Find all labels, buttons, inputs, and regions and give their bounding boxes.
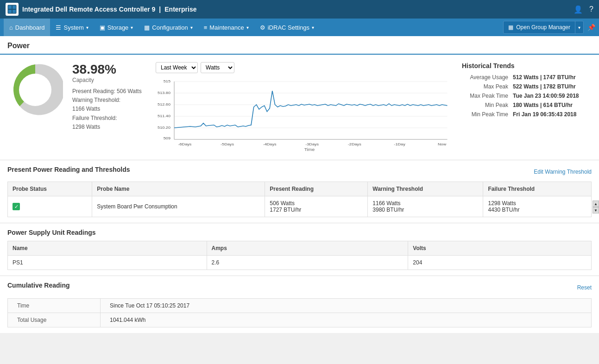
present-power-header: Present Power Reading and Thresholds Edi…	[7, 166, 592, 178]
nav-system[interactable]: ☰ System ▾	[50, 19, 94, 36]
present-power-table: Probe Status Probe Name Present Reading …	[7, 182, 592, 217]
probe-status-cell: ✓	[8, 196, 92, 217]
logo-icon	[6, 3, 19, 16]
power-supply-section: Power Supply Unit Readings Name Amps Vol…	[0, 223, 599, 276]
svg-text:509: 509	[164, 136, 170, 140]
dashboard-icon: ⌂	[9, 24, 13, 31]
present-power-section: Present Power Reading and Thresholds Edi…	[0, 160, 599, 223]
nav-dashboard[interactable]: ⌂ Dashboard	[4, 19, 50, 36]
ps-volts-cell: 204	[408, 256, 592, 270]
nav-maintenance-label: Maintenance	[209, 24, 244, 31]
storage-icon: ▣	[100, 24, 105, 31]
power-supply-table: Name Amps Volts PS1 2.6 204	[7, 241, 592, 270]
svg-rect-1	[8, 6, 12, 9]
power-present-reading: Present Reading: 506 Watts	[72, 87, 146, 96]
svg-text:510.20: 510.20	[158, 126, 170, 130]
nav-bar: ⌂ Dashboard ☰ System ▾ ▣ Storage ▾ ▦ Con…	[0, 19, 599, 36]
trend-min-peak-time: Min Peak Time Fri Jan 19 06:35:43 2018	[462, 111, 592, 118]
scroll-down-button[interactable]: ▼	[593, 207, 599, 213]
open-group-dropdown[interactable]: ▾	[575, 21, 583, 33]
svg-text:-3Days: -3Days	[305, 142, 319, 146]
svg-text:513.80: 513.80	[158, 91, 170, 95]
chart-controls: Last Week Last Day Last Hour Watts BTU/h…	[156, 62, 453, 73]
trend-label-average-usage: Average Usage	[462, 74, 508, 81]
trend-value-max-peak: 522 Watts | 1782 BTU/hr	[513, 83, 576, 90]
trend-label-max-peak-time: Max Peak Time	[462, 93, 508, 99]
scroll-up-button[interactable]: ▲	[593, 201, 599, 207]
open-group-icon: ▦	[508, 24, 513, 31]
scroll-indicator: ▲ ▼	[593, 201, 599, 213]
svg-text:Now: Now	[438, 142, 447, 146]
col-failure-threshold: Failure Threshold	[483, 182, 592, 196]
present-reading-cell: 506 Watts1727 BTU/hr	[265, 196, 368, 217]
header-bar: Integrated Dell Remote Access Controller…	[0, 0, 599, 19]
nav-idrac-settings-label: iDRAC Settings	[268, 24, 309, 31]
configuration-caret: ▾	[190, 25, 193, 30]
pin-icon[interactable]: 📌	[587, 24, 595, 31]
power-percentage: 38.98%	[72, 62, 146, 77]
nav-storage[interactable]: ▣ Storage ▾	[94, 19, 139, 36]
power-chart: Last Week Last Day Last Hour Watts BTU/h…	[156, 62, 453, 152]
svg-text:512.60: 512.60	[158, 102, 170, 107]
open-group-label: Open Group Manager	[516, 24, 570, 31]
unit-select[interactable]: Watts BTU/hr	[201, 62, 234, 73]
nav-idrac-settings[interactable]: ⚙ iDRAC Settings ▾	[254, 19, 320, 36]
nav-configuration-label: Configuration	[152, 24, 188, 31]
storage-caret: ▾	[131, 25, 133, 30]
table-row: ✓ System Board Pwr Consumption 506 Watts…	[8, 196, 592, 217]
warning-threshold-cell: 1166 Watts3980 BTU/hr	[368, 196, 483, 217]
trend-max-peak: Max Peak 522 Watts | 1782 BTU/hr	[462, 83, 592, 90]
table-row: Total Usage 1041.044 kWh	[8, 313, 592, 327]
svg-text:511.40: 511.40	[158, 114, 170, 118]
probe-name-cell: System Board Pwr Consumption	[92, 196, 265, 217]
time-range-select[interactable]: Last Week Last Day Last Hour	[156, 62, 198, 73]
open-group-main[interactable]: ▦ Open Group Manager	[504, 21, 575, 33]
power-supply-header-row: Name Amps Volts	[8, 241, 592, 256]
trend-label-max-peak: Max Peak	[462, 83, 508, 90]
table-row: Time Since Tue Oct 17 05:10:25 2017	[8, 299, 592, 313]
nav-configuration[interactable]: ▦ Configuration ▾	[139, 19, 198, 36]
trend-average-usage: Average Usage 512 Watts | 1747 BTU/hr	[462, 74, 592, 81]
nav-dashboard-label: Dashboard	[15, 24, 45, 31]
ps-amps-cell: 2.6	[207, 256, 408, 270]
nav-maintenance[interactable]: ≡ Maintenance ▾	[198, 19, 254, 36]
svg-text:-1Day: -1Day	[394, 142, 405, 146]
svg-text:-6Days: -6Days	[178, 142, 191, 146]
col-volts: Volts	[408, 241, 592, 256]
cumulative-title: Cumulative Reading	[7, 282, 70, 289]
historical-trends-title: Historical Trends	[462, 62, 592, 69]
main-content: Power 38.98% Capacity Present Reading: 5…	[0, 36, 599, 333]
present-power-title: Present Power Reading and Thresholds	[7, 166, 130, 173]
reset-link[interactable]: Reset	[577, 284, 592, 291]
col-amps: Amps	[207, 241, 408, 256]
nav-system-label: System	[63, 24, 83, 31]
cumulative-table: Time Since Tue Oct 17 05:10:25 2017 Tota…	[7, 298, 592, 327]
total-usage-key: Total Usage	[8, 313, 101, 327]
app-title: Integrated Dell Remote Access Controller…	[22, 6, 155, 13]
failure-threshold-cell: 1298 Watts4430 BTU/hr	[483, 196, 592, 217]
svg-text:Time: Time	[304, 147, 315, 151]
total-usage-value: 1041.044 kWh	[101, 313, 592, 327]
svg-text:-4Days: -4Days	[263, 142, 277, 146]
help-icon[interactable]: ?	[589, 5, 593, 13]
trend-min-peak: Min Peak 180 Watts | 614 BTU/hr	[462, 102, 592, 108]
svg-text:-2Days: -2Days	[348, 142, 361, 146]
col-probe-status: Probe Status	[8, 182, 92, 196]
table-row: PS1 2.6 204	[8, 256, 592, 270]
edit-warning-threshold-link[interactable]: Edit Warning Threshold	[534, 169, 592, 175]
user-icon[interactable]: 👤	[574, 5, 583, 14]
col-name: Name	[8, 241, 207, 256]
time-value: Since Tue Oct 17 05:10:25 2017	[101, 299, 592, 313]
trend-value-average-usage: 512 Watts | 1747 BTU/hr	[513, 74, 576, 81]
system-caret: ▾	[86, 25, 88, 30]
time-key: Time	[8, 299, 101, 313]
svg-point-5	[19, 74, 51, 106]
power-supply-title: Power Supply Unit Readings	[7, 229, 592, 236]
col-probe-name: Probe Name	[92, 182, 265, 196]
power-overview: 38.98% Capacity Present Reading: 506 Wat…	[0, 55, 599, 160]
power-chart-svg: Average Watts 515 513.80 512.60 511.40 5…	[156, 77, 453, 151]
ps-name-cell: PS1	[8, 256, 207, 270]
open-group-button[interactable]: ▦ Open Group Manager ▾	[503, 21, 584, 34]
svg-text:-5Days: -5Days	[221, 142, 234, 146]
app-edition: Enterprise	[164, 6, 196, 13]
